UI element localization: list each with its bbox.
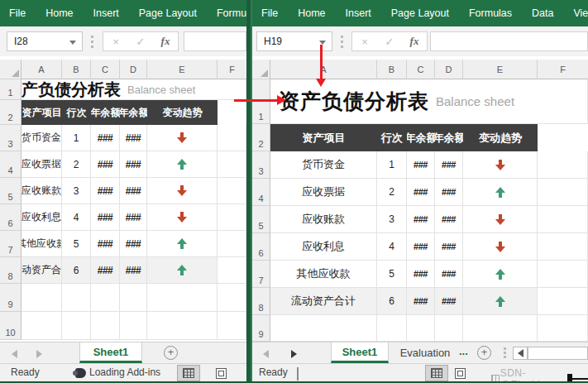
- cell[interactable]: [218, 312, 246, 340]
- enter-icon[interactable]: ✓: [128, 36, 153, 48]
- header-item[interactable]: 资产项目: [22, 100, 62, 125]
- header-line[interactable]: 行次: [62, 100, 91, 125]
- cell-trend[interactable]: [147, 125, 218, 151]
- row-number[interactable]: 6: [252, 233, 270, 261]
- cell-label[interactable]: 应收票据: [22, 151, 62, 178]
- cell[interactable]: [218, 257, 246, 284]
- cell-value[interactable]: ###: [91, 178, 120, 204]
- ribbon-tab-insert[interactable]: Insert: [84, 0, 129, 26]
- select-all-corner[interactable]: [0, 60, 22, 79]
- row-number[interactable]: 7: [0, 231, 22, 257]
- sheet-tab-sheet1[interactable]: Sheet1: [79, 342, 142, 363]
- tab-overflow-ellipsis[interactable]: ...: [459, 345, 468, 357]
- tab-nav-right-icon[interactable]: [291, 350, 297, 358]
- page-layout-view-button[interactable]: [448, 365, 471, 381]
- cell-line[interactable]: 2: [62, 151, 91, 178]
- column-header-e[interactable]: E: [147, 60, 218, 79]
- cell-value[interactable]: ###: [91, 231, 120, 257]
- cell-value[interactable]: ###: [435, 288, 463, 315]
- cell-value[interactable]: ###: [120, 178, 147, 204]
- header-year-balance-1[interactable]: 年余额: [91, 100, 120, 125]
- sheet-tab-evaluation[interactable]: Evaluation: [393, 342, 457, 363]
- column-header-c[interactable]: C: [407, 60, 435, 79]
- cell-line[interactable]: 2: [377, 179, 407, 206]
- cell[interactable]: [218, 151, 246, 178]
- normal-view-button[interactable]: [177, 365, 200, 381]
- header-item[interactable]: 资产项目: [270, 124, 377, 151]
- enter-icon[interactable]: ✓: [377, 36, 402, 48]
- cell-label[interactable]: 其他应收款: [270, 261, 377, 288]
- cell-label[interactable]: 其他应收款: [22, 231, 62, 257]
- cell[interactable]: [538, 79, 588, 124]
- cell-trend[interactable]: [463, 261, 538, 288]
- cell-trend[interactable]: [463, 206, 538, 233]
- row-number[interactable]: 5: [252, 206, 270, 233]
- cell[interactable]: [218, 125, 246, 151]
- cell-value[interactable]: ###: [435, 233, 463, 261]
- header-trend[interactable]: 变动趋势: [463, 124, 538, 151]
- ribbon-tab-formulas[interactable]: Formulas: [207, 0, 246, 26]
- column-header-d[interactable]: D: [120, 60, 147, 79]
- cell-value[interactable]: ###: [91, 125, 120, 151]
- add-sheet-icon[interactable]: +: [477, 346, 491, 360]
- cell[interactable]: [538, 206, 588, 233]
- cell[interactable]: [538, 151, 588, 179]
- name-box-dropdown-icon[interactable]: [69, 41, 76, 45]
- ribbon-tab-data[interactable]: Data: [522, 0, 563, 26]
- column-header-e[interactable]: E: [463, 60, 538, 79]
- cell-trend[interactable]: [463, 288, 538, 315]
- cell-value[interactable]: ###: [435, 206, 463, 233]
- cell[interactable]: [62, 312, 91, 340]
- row-number[interactable]: 9: [0, 284, 22, 312]
- column-header-c[interactable]: C: [91, 60, 120, 79]
- ribbon-tab-file[interactable]: File: [0, 0, 36, 26]
- column-header-a[interactable]: A: [22, 60, 62, 79]
- ribbon-tab-formulas[interactable]: Formulas: [459, 0, 522, 26]
- cell-trend[interactable]: [147, 151, 218, 178]
- cell-value[interactable]: ###: [407, 261, 435, 288]
- row-number[interactable]: 9: [252, 315, 270, 342]
- header-line[interactable]: 行次: [377, 124, 407, 151]
- cell-line[interactable]: 3: [62, 178, 91, 204]
- row-number[interactable]: 8: [252, 288, 270, 315]
- cell[interactable]: [91, 284, 120, 312]
- cancel-icon[interactable]: ×: [103, 36, 128, 48]
- cell-value[interactable]: ###: [91, 204, 120, 231]
- cell[interactable]: [147, 312, 218, 340]
- cell-value[interactable]: ###: [120, 231, 147, 257]
- cell-line[interactable]: 4: [377, 233, 407, 261]
- row-number[interactable]: 6: [0, 204, 22, 231]
- cell[interactable]: [538, 315, 588, 342]
- header-trend[interactable]: 变动趋势: [147, 100, 218, 125]
- ribbon-tab-insert[interactable]: Insert: [336, 0, 381, 26]
- cell-value[interactable]: ###: [91, 257, 120, 284]
- row-number[interactable]: 8: [0, 257, 22, 284]
- cell-trend[interactable]: [463, 233, 538, 261]
- formula-input[interactable]: [430, 31, 588, 51]
- cell[interactable]: [218, 204, 246, 231]
- cell-line[interactable]: 5: [377, 261, 407, 288]
- cell-value[interactable]: ###: [120, 125, 147, 151]
- column-header-b[interactable]: B: [62, 60, 91, 79]
- cell[interactable]: [218, 100, 246, 125]
- add-sheet-icon[interactable]: +: [164, 346, 178, 360]
- cell[interactable]: [62, 284, 91, 312]
- cell[interactable]: [407, 315, 435, 342]
- cell[interactable]: [218, 178, 246, 204]
- cell[interactable]: [435, 315, 463, 342]
- row-number[interactable]: 5: [0, 178, 22, 204]
- cell[interactable]: [218, 79, 246, 100]
- row-number[interactable]: 7: [252, 261, 270, 288]
- horizontal-scrollbar[interactable]: [528, 347, 588, 360]
- select-all-corner[interactable]: [252, 60, 270, 79]
- cell-value[interactable]: ###: [407, 288, 435, 315]
- cell[interactable]: [538, 179, 588, 206]
- cancel-icon[interactable]: ×: [352, 36, 377, 48]
- tab-nav-right-icon[interactable]: [36, 350, 42, 358]
- cell-value[interactable]: ###: [91, 151, 120, 178]
- cell-line[interactable]: 3: [377, 206, 407, 233]
- cell-value[interactable]: ###: [435, 261, 463, 288]
- sheet-title-cell[interactable]: 资产负债分析表 Balance sheet: [270, 79, 538, 124]
- page-layout-view-button[interactable]: [209, 365, 232, 381]
- hscroll-left-button[interactable]: [513, 347, 528, 360]
